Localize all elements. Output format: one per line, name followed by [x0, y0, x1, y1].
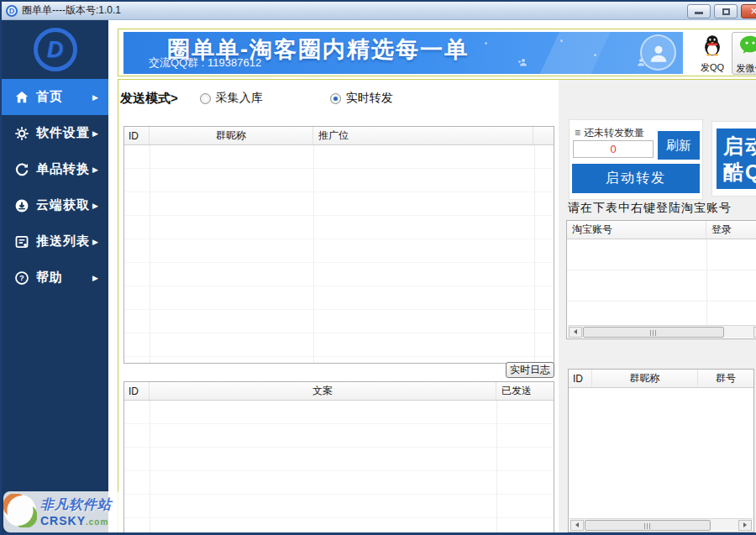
sidebar-item-cloud[interactable]: 云端获取 ▶: [2, 187, 108, 223]
send-qq-button[interactable]: 发QQ: [696, 34, 728, 74]
col-id[interactable]: ID: [124, 127, 150, 144]
taobao-table-hscrollbar[interactable]: [568, 325, 756, 338]
group-table: ID 群昵称 推广位: [123, 126, 554, 364]
convert-icon: [14, 162, 29, 177]
col-group-number[interactable]: 群号: [698, 370, 753, 387]
log-table: ID 文案 已发送: [123, 381, 554, 535]
chevron-right-icon: ▶: [92, 129, 98, 138]
minimize-icon: [695, 12, 703, 14]
window-title: 圈单单----版本号:1.0.1: [22, 3, 121, 18]
log-table-header: ID 文案 已发送: [124, 382, 554, 401]
titlebar[interactable]: D 圈单单----版本号:1.0.1 ✕: [2, 2, 756, 20]
qq-group-table: ID 群昵称 群号: [568, 369, 754, 532]
gear-icon: [14, 126, 29, 141]
start-forward-button[interactable]: 启动转发: [572, 164, 700, 193]
scrollbar-thumb[interactable]: [585, 520, 711, 531]
qq-group-table-body[interactable]: [569, 388, 753, 518]
chevron-right-icon: ▶: [92, 238, 98, 246]
col-id[interactable]: ID: [124, 382, 150, 400]
scroll-left-icon[interactable]: [569, 327, 582, 338]
radio-realtime-mode[interactable]: 实时转发: [330, 91, 393, 106]
chevron-right-icon: ▶: [92, 165, 98, 174]
col-group-nickname[interactable]: 群昵称: [150, 127, 313, 144]
banner-subtitle: 交流QQ群 : 119387612: [149, 55, 261, 71]
forward-control-card: ≡还未转发数量 0 刷新 启动转发: [569, 119, 703, 200]
send-mode-row: 发送模式> 采集入库 实时转发: [120, 87, 393, 109]
cloud-download-icon: [14, 198, 29, 213]
banner: 圈单单-淘客圈内精选每一单 交流QQ群 : 119387612: [123, 32, 683, 74]
maximize-icon: [722, 8, 730, 15]
list-icon: ≡: [575, 127, 580, 139]
watermark-site-name: 非凡软件站: [40, 496, 112, 514]
scroll-left-icon[interactable]: [570, 520, 584, 531]
qq-icon: [700, 45, 725, 60]
col-group-nickname[interactable]: 群昵称: [592, 370, 698, 387]
chevron-right-icon: ▶: [92, 93, 98, 102]
send-wechat-button[interactable]: 发微信: [732, 32, 756, 75]
scroll-right-icon[interactable]: [738, 520, 752, 531]
start-coolq-button[interactable]: 启动酷Q: [717, 129, 756, 189]
col-taobao-account[interactable]: 淘宝账号: [567, 221, 706, 239]
home-icon: [14, 90, 29, 105]
col-promo-position[interactable]: 推广位: [313, 127, 533, 144]
taobao-table-header: 淘宝账号 登录: [567, 221, 756, 239]
push-list-icon: [14, 234, 29, 249]
svg-text:?: ?: [19, 273, 24, 282]
sidebar-item-help[interactable]: ? 帮助 ▶: [2, 260, 108, 296]
radio-icon: [200, 93, 211, 104]
wechat-icon: [738, 46, 756, 60]
taobao-instruction: 请在下表中右键登陆淘宝账号: [568, 201, 732, 216]
sidebar-item-home[interactable]: 首页 ▶: [2, 79, 108, 115]
crsky-watermark: 非凡软件站 CRSKY.com: [3, 491, 123, 532]
watermark-domain: CRSKY.com: [40, 514, 112, 527]
taobao-table-body[interactable]: [567, 239, 756, 325]
col-sent[interactable]: 已发送: [496, 382, 554, 400]
app-logo: D: [2, 20, 108, 79]
col-login[interactable]: 登录: [706, 221, 756, 239]
help-icon: ?: [14, 270, 29, 286]
sidebar-item-push-list[interactable]: 推送列表 ▶: [2, 223, 108, 260]
realtime-log-button[interactable]: 实时日志: [506, 362, 554, 378]
pending-count-field[interactable]: 0: [573, 140, 654, 158]
maximize-button[interactable]: [714, 4, 738, 18]
close-icon: ✕: [750, 6, 756, 17]
scrollbar-thumb[interactable]: [583, 327, 724, 338]
crsky-logo-icon: [3, 494, 37, 531]
send-mode-label: 发送模式>: [120, 91, 178, 107]
banner-container: 圈单单-淘客圈内精选每一单 交流QQ群 : 119387612: [118, 29, 756, 76]
chevron-right-icon: ▶: [92, 274, 98, 282]
taobao-account-table: 淘宝账号 登录: [566, 220, 756, 339]
radio-icon: [330, 93, 341, 104]
qq-group-table-header: ID 群昵称 群号: [569, 370, 753, 388]
radio-collect-mode[interactable]: 采集入库: [200, 91, 263, 106]
chevron-right-icon: ▶: [92, 202, 98, 210]
minimize-button[interactable]: [687, 4, 711, 18]
app-logo-icon: D: [6, 5, 18, 17]
close-button[interactable]: ✕: [741, 4, 756, 18]
qq-group-table-hscrollbar[interactable]: [570, 518, 753, 531]
avatar: [640, 34, 676, 71]
person-icon: [518, 55, 528, 71]
col-copywriting[interactable]: 文案: [150, 382, 496, 400]
pending-count-label: ≡还未转发数量: [575, 126, 644, 140]
group-table-body[interactable]: [124, 145, 554, 363]
sidebar: D 首页 ▶ 软件设置 ▶ 单品转换 ▶ 云: [2, 20, 108, 532]
app-window: D 圈单单----版本号:1.0.1 ✕ D 首页 ▶ 软件设置 ▶: [0, 0, 756, 535]
refresh-button[interactable]: 刷新: [658, 131, 700, 160]
col-id[interactable]: ID: [569, 370, 592, 387]
sidebar-item-settings[interactable]: 软件设置 ▶: [2, 115, 108, 151]
sidebar-item-convert[interactable]: 单品转换 ▶: [2, 151, 108, 187]
group-table-header: ID 群昵称 推广位: [124, 127, 554, 145]
log-table-body[interactable]: [124, 401, 554, 535]
main-content: 圈单单-淘客圈内精选每一单 交流QQ群 : 119387612: [108, 20, 756, 532]
